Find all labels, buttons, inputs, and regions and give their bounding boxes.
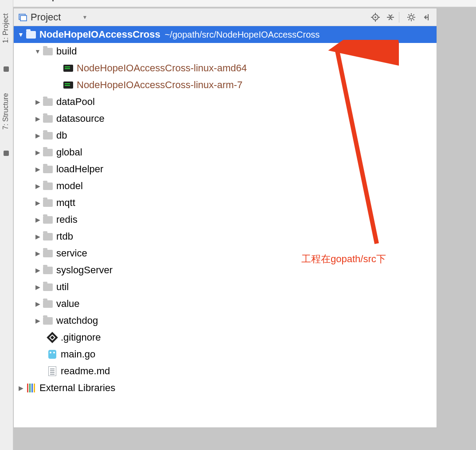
- project-panel-header: Project ▼: [14, 8, 437, 26]
- tree-external-libraries[interactable]: ▶ External Libraries: [14, 380, 437, 396]
- expand-arrow-right-icon[interactable]: ▶: [33, 279, 42, 295]
- folder-icon: [42, 147, 54, 157]
- expand-arrow-right-icon[interactable]: ▶: [16, 380, 25, 396]
- toolwindow-structure-tab[interactable]: 7: Structure: [2, 93, 10, 130]
- tree-folder[interactable]: ▶dataPool: [14, 93, 437, 110]
- libraries-icon: [25, 383, 37, 393]
- tree-item-label: readme.md: [61, 363, 110, 380]
- expand-arrow-right-icon[interactable]: ▶: [33, 228, 42, 245]
- breadcrumb-item[interactable]: NodeHopeIOAccessCross: [18, 0, 128, 1]
- folder-icon: [42, 198, 54, 208]
- toolwindow-project-pin-icon: [4, 66, 9, 72]
- tree-root-node[interactable]: ▼ NodeHopeIOAccessCross ~/gopath/src/Nod…: [14, 26, 437, 43]
- annotation-text: 工程在gopath/src下: [301, 252, 386, 266]
- tree-folder[interactable]: ▶rtdb: [14, 228, 437, 245]
- expand-arrow-right-icon[interactable]: ▶: [33, 144, 42, 161]
- left-tool-rail: 1: Project 7: Structure: [0, 0, 13, 450]
- expand-arrow-right-icon[interactable]: ▶: [33, 312, 42, 329]
- gitignore-icon: [47, 333, 58, 342]
- tree-item-label: redis: [56, 211, 78, 228]
- tree-folder[interactable]: ▶util: [14, 279, 437, 295]
- tree-item-label: db: [56, 127, 67, 144]
- folder-icon: [42, 316, 54, 326]
- svg-line-15: [413, 19, 414, 20]
- go-file-icon: [47, 349, 58, 359]
- chevron-down-icon: ▼: [82, 14, 87, 20]
- tree-root-path: ~/gopath/src/NodeHopeIOAccessCross: [165, 26, 320, 43]
- breadcrumb-bar: NodeHopeIOAccessCross: [13, 0, 476, 7]
- tree-folder[interactable]: ▶db: [14, 127, 437, 144]
- project-view-selector[interactable]: Project ▼: [18, 12, 87, 23]
- svg-rect-1: [20, 16, 27, 21]
- expand-arrow-right-icon[interactable]: ▶: [33, 262, 42, 279]
- tree-item-label: model: [56, 178, 83, 194]
- tree-item-label: watchdog: [56, 312, 98, 329]
- tree-item-label: util: [56, 279, 69, 295]
- expand-arrow-down-icon[interactable]: ▼: [16, 26, 25, 43]
- toolwindow-project-tab[interactable]: 1: Project: [2, 13, 10, 43]
- tree-folder-build[interactable]: ▼ build: [14, 43, 437, 60]
- tree-item-label: dataPool: [56, 93, 95, 110]
- folder-icon: [42, 131, 54, 140]
- tree-item-label: syslogServer: [56, 262, 113, 279]
- tree-folder[interactable]: ▶model: [14, 178, 437, 194]
- tree-item-label: External Libraries: [39, 380, 115, 396]
- tree-folder[interactable]: ▶watchdog: [14, 312, 437, 329]
- tree-item-label: mqtt: [56, 194, 75, 211]
- toolbar-separator: [399, 12, 399, 23]
- tree-file-exe[interactable]: NodeHopeIOAccessCross-linux-amd64: [14, 60, 437, 77]
- expand-arrow-right-icon[interactable]: ▶: [33, 127, 42, 144]
- locate-icon[interactable]: [370, 12, 381, 23]
- svg-point-9: [410, 16, 413, 19]
- folder-icon: [42, 47, 54, 56]
- svg-line-14: [409, 14, 410, 15]
- folder-icon: [42, 215, 54, 225]
- tree-file-gitignore[interactable]: .gitignore: [14, 329, 437, 346]
- tree-file-md[interactable]: readme.md: [14, 363, 437, 380]
- tree-folder[interactable]: ▶loadHelper: [14, 161, 437, 178]
- tree-folder[interactable]: ▶mqtt: [14, 194, 437, 211]
- tree-file-go[interactable]: main.go: [14, 346, 437, 363]
- tree-folder[interactable]: ▶datasource: [14, 110, 437, 127]
- tree-folder[interactable]: ▶value: [14, 295, 437, 312]
- tree-item-label: rtdb: [56, 228, 73, 245]
- expand-arrow-right-icon[interactable]: ▶: [33, 178, 42, 194]
- gear-icon[interactable]: [406, 12, 417, 23]
- tree-item-label: NodeHopeIOAccessCross-linux-amd64: [77, 60, 247, 77]
- expand-arrow-down-icon[interactable]: ▼: [33, 43, 42, 60]
- collapse-all-icon[interactable]: [385, 12, 396, 23]
- expand-arrow-right-icon[interactable]: ▶: [33, 245, 42, 262]
- project-tree[interactable]: ▼ NodeHopeIOAccessCross ~/gopath/src/Nod…: [14, 26, 437, 396]
- tree-item-label: loadHelper: [56, 161, 103, 178]
- tree-item-label: value: [56, 295, 80, 312]
- tree-folder[interactable]: ▶global: [14, 144, 437, 161]
- folder-icon: [42, 164, 54, 174]
- toolwindow-structure-pin-icon: [4, 151, 9, 156]
- expand-arrow-right-icon[interactable]: ▶: [33, 93, 42, 110]
- tree-item-label: build: [56, 43, 77, 60]
- expand-arrow-right-icon[interactable]: ▶: [33, 110, 42, 127]
- folder-icon: [42, 299, 54, 309]
- expand-arrow-right-icon[interactable]: ▶: [33, 295, 42, 312]
- folder-icon: [42, 97, 54, 107]
- folder-icon: [42, 282, 54, 292]
- folder-icon: [42, 265, 54, 275]
- svg-line-16: [409, 19, 410, 20]
- expand-arrow-right-icon[interactable]: ▶: [33, 194, 42, 211]
- folder-icon: [42, 181, 54, 191]
- expand-arrow-right-icon[interactable]: ▶: [33, 211, 42, 228]
- markdown-file-icon: [47, 366, 58, 376]
- folder-icon: [25, 30, 37, 39]
- app-root: 1: Project 7: Structure NodeHopeIOAccess…: [0, 0, 476, 450]
- tree-file-exe[interactable]: NodeHopeIOAccessCross-linux-arm-7: [14, 77, 437, 93]
- expand-arrow-right-icon[interactable]: ▶: [33, 161, 42, 178]
- tree-item-label: service: [56, 245, 87, 262]
- hide-panel-icon[interactable]: [421, 12, 432, 23]
- folder-icon: [42, 114, 54, 124]
- svg-point-3: [375, 16, 376, 18]
- executable-icon: [62, 80, 74, 90]
- tree-folder[interactable]: ▶redis: [14, 211, 437, 228]
- svg-line-17: [413, 14, 414, 15]
- tree-item-label: global: [56, 144, 82, 161]
- tree-root-label: NodeHopeIOAccessCross: [39, 26, 160, 43]
